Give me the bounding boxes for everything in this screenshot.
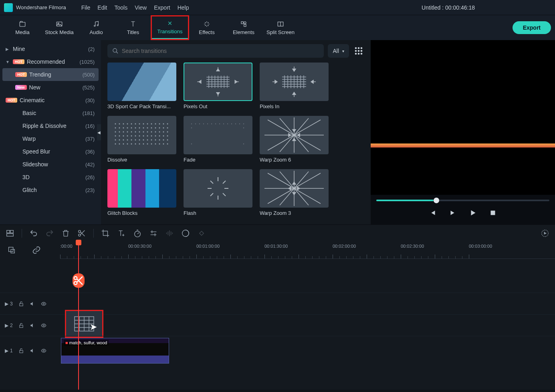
- svg-point-80: [135, 139, 136, 141]
- audio-button[interactable]: [165, 229, 174, 238]
- text-add-button[interactable]: [117, 229, 126, 238]
- visibility-icon[interactable]: [41, 301, 46, 307]
- category-sidebar[interactable]: ▶Mine (2) ▼HOTRecommended (1025) HOTTren…: [0, 40, 101, 224]
- prev-frame-button[interactable]: [428, 208, 437, 217]
- preview-scrubber[interactable]: [376, 200, 549, 201]
- collapse-sidebar-handle[interactable]: ◀: [97, 124, 101, 140]
- tab-audio[interactable]: Audio: [78, 16, 115, 39]
- video-clip[interactable]: match, sulfur, wood: [61, 338, 169, 364]
- delete-button[interactable]: [61, 229, 70, 238]
- menu-tools[interactable]: Tools: [114, 4, 127, 11]
- sidebar-item-mine[interactable]: ▶Mine (2): [0, 42, 101, 55]
- redo-button[interactable]: [45, 229, 54, 238]
- transition-thumb[interactable]: [184, 169, 252, 208]
- track-2[interactable]: ▶2 ➤: [0, 314, 555, 336]
- menu-export[interactable]: Export: [154, 4, 170, 11]
- next-frame-button[interactable]: [448, 208, 457, 217]
- sidebar-item-trending[interactable]: HOTTrending (500): [2, 68, 99, 81]
- sidebar-item-3d[interactable]: 3D(26): [0, 171, 101, 184]
- mute-icon[interactable]: [30, 301, 35, 307]
- search-input[interactable]: [122, 48, 319, 54]
- sidebar-item-ripple[interactable]: Ripple & Dissolve(16): [0, 119, 101, 132]
- transition-thumb[interactable]: [184, 116, 252, 154]
- timeline-header: :00:00 00:00:30:00 00:01:00:00 00:01:30:…: [0, 241, 555, 259]
- lock-icon[interactable]: [18, 301, 24, 307]
- mute-icon[interactable]: [30, 348, 35, 354]
- render-button[interactable]: [541, 229, 549, 238]
- preview-panel: [371, 40, 555, 224]
- transition-item[interactable]: Flash: [184, 169, 252, 216]
- transition-item[interactable]: Warp Zoom 3: [260, 169, 329, 216]
- play-button[interactable]: [468, 208, 477, 217]
- mute-icon[interactable]: [30, 323, 35, 328]
- menu-help[interactable]: Help: [178, 4, 189, 11]
- sidebar-item-glitch[interactable]: Glitch(23): [0, 184, 101, 196]
- menu-file[interactable]: File: [81, 4, 91, 11]
- lock-icon[interactable]: [18, 348, 24, 354]
- playhead-split-icon[interactable]: [73, 273, 85, 288]
- transition-item[interactable]: Warp Zoom 6: [260, 116, 329, 163]
- transition-thumb[interactable]: [107, 116, 176, 154]
- playhead-head[interactable]: [76, 240, 81, 245]
- track-video-icon[interactable]: ▶3: [5, 301, 13, 307]
- sidebar-item-speed-blur[interactable]: Speed Blur(36): [0, 145, 101, 158]
- transition-thumb[interactable]: [260, 63, 329, 101]
- transition-item[interactable]: Fade: [184, 116, 252, 163]
- visibility-icon[interactable]: [41, 348, 46, 354]
- transition-item[interactable]: Dissolve: [107, 116, 176, 163]
- transition-item[interactable]: 3D Sport Car Pack Transi...: [107, 63, 176, 109]
- menu-edit[interactable]: Edit: [97, 4, 107, 11]
- scrubber-knob[interactable]: [434, 198, 439, 203]
- tab-elements[interactable]: Elements: [225, 16, 262, 39]
- svg-point-16: [355, 53, 357, 55]
- ruler-label: 00:01:00:00: [196, 244, 220, 249]
- match-media-icon[interactable]: [7, 246, 16, 255]
- transition-item[interactable]: Pixels Out: [184, 63, 252, 109]
- transition-thumb[interactable]: [260, 116, 329, 154]
- tab-split-screen[interactable]: Split Screen: [262, 16, 299, 39]
- undo-button[interactable]: [29, 229, 38, 238]
- search-box[interactable]: [107, 44, 324, 58]
- track-video-icon[interactable]: ▶2: [5, 323, 13, 328]
- tab-stock-media[interactable]: Stock Media: [41, 16, 78, 39]
- transition-item[interactable]: Pixels In: [260, 63, 329, 109]
- layout-icon[interactable]: [6, 229, 14, 238]
- transition-thumb[interactable]: [107, 169, 176, 208]
- sidebar-item-new[interactable]: NewNew (525): [0, 81, 101, 94]
- lock-icon[interactable]: [18, 323, 24, 328]
- speed-button[interactable]: [133, 229, 142, 238]
- visibility-icon[interactable]: [41, 323, 46, 328]
- stop-button[interactable]: [488, 208, 497, 217]
- tab-transitions[interactable]: Transitions: [151, 16, 188, 39]
- crop-button[interactable]: [101, 229, 110, 238]
- sidebar-item-warp[interactable]: Warp(37): [0, 132, 101, 145]
- transition-thumb[interactable]: [260, 169, 329, 208]
- sidebar-item-slideshow[interactable]: Slideshow(42): [0, 158, 101, 171]
- tab-media[interactable]: Media: [4, 16, 41, 39]
- transition-item[interactable]: Glitch Blocks: [107, 169, 176, 216]
- menu-view[interactable]: View: [135, 4, 147, 11]
- playhead[interactable]: [78, 241, 79, 390]
- sidebar-item-basic[interactable]: Basic(181): [0, 107, 101, 119]
- tab-effects[interactable]: Effects: [188, 16, 225, 39]
- export-button[interactable]: Export: [513, 21, 551, 34]
- timeline-ruler[interactable]: :00:00 00:00:30:00 00:01:00:00 00:01:30:…: [60, 241, 555, 259]
- sidebar-item-recommended[interactable]: ▼HOTRecommended (1025): [0, 55, 101, 68]
- split-button[interactable]: [77, 229, 86, 238]
- tab-titles[interactable]: Titles: [115, 16, 151, 39]
- timeline[interactable]: :00:00 00:00:30:00 00:01:00:00 00:01:30:…: [0, 241, 555, 390]
- transition-thumb-selected[interactable]: [184, 63, 252, 101]
- filter-dropdown[interactable]: All ▾: [328, 44, 349, 58]
- transition-thumb[interactable]: [107, 63, 176, 101]
- view-grid-icon[interactable]: [353, 45, 364, 57]
- track-1[interactable]: ▶1 match, sulfur, wood: [0, 336, 555, 365]
- keyframe-button[interactable]: [197, 229, 206, 238]
- sidebar-item-cinematic[interactable]: HOTCinematic (30): [0, 94, 101, 107]
- preview-canvas[interactable]: [371, 40, 555, 195]
- svg-point-101: [163, 143, 164, 145]
- track-video-icon[interactable]: ▶1: [5, 348, 13, 354]
- adjust-button[interactable]: [149, 229, 158, 238]
- color-button[interactable]: [181, 229, 190, 238]
- dragged-transition[interactable]: [65, 310, 103, 338]
- link-icon[interactable]: [32, 246, 41, 255]
